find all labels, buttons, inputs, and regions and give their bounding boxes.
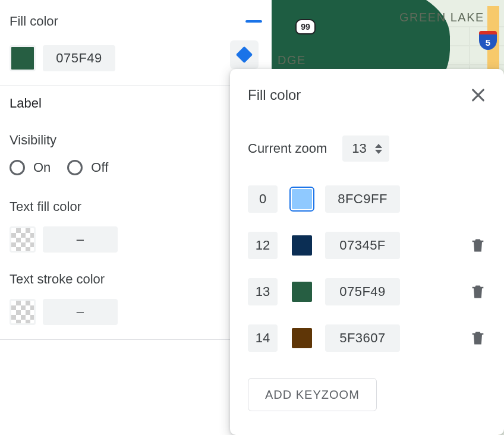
route-shield-i5-text: 5 — [486, 37, 490, 48]
visibility-radio-group: On Off — [10, 160, 262, 175]
current-zoom-value: 13 — [352, 141, 366, 156]
label-heading: Label — [10, 96, 262, 111]
keyzoom-zoom-input[interactable]: 13 — [248, 278, 278, 305]
current-zoom-stepper[interactable]: 13 — [342, 135, 389, 162]
text-fill-color-label: Text fill color — [10, 199, 262, 215]
keyzoom-row: 08FC9FF — [248, 185, 486, 213]
chevron-down-icon[interactable] — [375, 150, 382, 154]
keyzoom-color-swatch[interactable] — [292, 235, 312, 256]
chevron-up-icon[interactable] — [375, 144, 382, 148]
keyzoom-zoom-input[interactable]: 12 — [248, 232, 278, 259]
fill-color-popover: Fill color Current zoom 13 08FC9FF120734… — [230, 69, 504, 435]
map-label-greenlake: GREEN LAKE — [399, 11, 484, 24]
keyzoom-hex-input[interactable]: 5F3607 — [325, 324, 400, 352]
visibility-off-radio[interactable]: Off — [67, 160, 108, 175]
fill-color-swatch[interactable] — [10, 45, 36, 71]
map-label-dge: DGE — [278, 53, 306, 67]
zoom-style-toggle[interactable] — [230, 40, 259, 69]
keyzoom-row: 13075F49 — [248, 278, 486, 305]
trash-icon[interactable] — [470, 329, 486, 347]
route-shield-99: 99 — [295, 19, 316, 34]
add-keyzoom-button[interactable]: ADD KEYZOOM — [248, 378, 377, 411]
visibility-on-label: On — [33, 160, 51, 175]
fill-color-hex-input[interactable]: 075F49 — [43, 45, 115, 71]
route-shield-99-text: 99 — [301, 22, 310, 31]
text-stroke-color-label: Text stroke color — [10, 272, 262, 287]
visibility-off-label: Off — [91, 160, 108, 175]
keyzoom-color-swatch[interactable] — [292, 328, 312, 348]
current-zoom-label: Current zoom — [248, 141, 327, 156]
text-fill-color-swatch[interactable] — [10, 226, 36, 253]
keyzoom-zoom-input[interactable]: 0 — [248, 185, 278, 213]
text-fill-hex-input[interactable]: – — [43, 226, 118, 253]
diamond-icon — [236, 46, 253, 63]
trash-icon[interactable] — [470, 237, 486, 254]
route-shield-i5: 5 — [479, 31, 497, 50]
radio-icon — [67, 160, 83, 175]
visibility-label: Visibility — [10, 133, 262, 148]
radio-icon — [10, 160, 25, 175]
keyzoom-color-swatch[interactable] — [292, 282, 312, 302]
popover-title: Fill color — [248, 87, 301, 103]
visibility-on-radio[interactable]: On — [10, 160, 51, 175]
keyzoom-hex-input[interactable]: 8FC9FF — [325, 185, 400, 213]
fill-color-label: Fill color — [10, 14, 58, 29]
keyzoom-hex-input[interactable]: 07345F — [325, 232, 400, 259]
text-stroke-color-swatch[interactable] — [10, 299, 36, 325]
trash-icon[interactable] — [470, 283, 486, 301]
keyzoom-color-swatch[interactable] — [292, 189, 312, 209]
keyzoom-row: 145F3607 — [248, 324, 486, 352]
close-icon[interactable] — [470, 87, 486, 103]
keyzoom-row: 1207345F — [248, 232, 486, 259]
text-stroke-hex-input[interactable]: – — [43, 299, 118, 325]
collapse-icon[interactable] — [245, 20, 262, 23]
keyzoom-hex-input[interactable]: 075F49 — [325, 278, 400, 305]
keyzoom-zoom-input[interactable]: 14 — [248, 324, 278, 352]
keyzoom-list: 08FC9FF1207345F13075F49145F3607 — [248, 185, 486, 352]
